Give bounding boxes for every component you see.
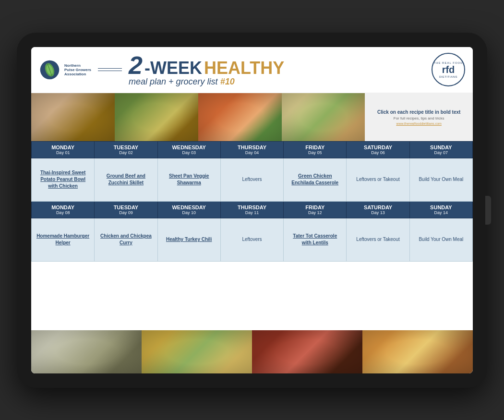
w2-meal-7: Build Your Own Meal	[409, 218, 472, 261]
w2d2-num: Day 09	[96, 210, 155, 215]
week1-day-wed: WEDNESDAY Day 03	[157, 141, 220, 158]
info-box-sub: For full recipes, tips and tricks	[377, 116, 460, 120]
w1d2-num: Day 02	[96, 150, 155, 155]
tablet-screen: Northern Pulse Growers Association 2 -WE…	[31, 47, 473, 373]
w1-meal-1-link[interactable]: Thai-Inspired Sweet Potato Peanut Bowl w…	[40, 170, 85, 189]
title-week-label: -WEEK	[144, 60, 202, 77]
w2d3-name: WEDNESDAY	[172, 204, 206, 210]
w2-meal-1-link[interactable]: Homemade Hamburger Helper	[36, 233, 89, 245]
w2-meal-4: Leftovers	[220, 218, 283, 261]
w2d1-num: Day 08	[34, 210, 92, 215]
title-section: 2 -WEEK HEALTHY meal plan + grocery list…	[125, 53, 432, 87]
week2-day-wed: WEDNESDAY Day 10	[157, 201, 220, 218]
org-name3: Association	[64, 72, 91, 76]
week1-day-thu: THURSDAY Day 04	[220, 141, 283, 158]
info-box: Click on each recipe title in bold text …	[377, 109, 460, 125]
w2d6-num: Day 13	[348, 210, 407, 215]
week2-day-mon: MONDAY Day 08	[32, 201, 95, 218]
title-healthy-label: HEALTHY	[204, 60, 284, 77]
w2d5-num: Day 12	[286, 210, 344, 215]
w2d7-num: Day 14	[412, 210, 470, 215]
w2-meal-6-text: Leftovers or Takeout	[356, 237, 399, 242]
week2-day-fri: FRIDAY Day 12	[284, 201, 347, 218]
w2d6-name: SATURDAY	[364, 204, 392, 210]
w1-meal-6: Leftovers or Takeout	[347, 158, 409, 201]
week2-day-thu: THURSDAY Day 11	[220, 201, 283, 218]
w2-meal-2-link[interactable]: Chicken and Chickpea Curry	[100, 233, 152, 245]
logo-section: Northern Pulse Growers Association	[39, 59, 125, 81]
w1d6-name: SATURDAY	[364, 144, 392, 150]
calendar-section: MONDAY Day 01 TUESDAY Day 02 WEDNESDAY D…	[31, 141, 473, 330]
week1-day-tue: TUESDAY Day 02	[95, 141, 157, 158]
rfd-initials: rfd	[442, 64, 455, 75]
bottom-photo-1	[31, 330, 142, 373]
w1d5-name: FRIDAY	[305, 144, 324, 150]
top-photos-strip: Click on each recipe title in bold text …	[31, 93, 473, 141]
w2-meal-3: Healthy Turkey Chili	[157, 218, 220, 261]
w1d2-name: TUESDAY	[114, 144, 139, 150]
w1d7-name: SUNDAY	[430, 144, 452, 150]
top-photo-4	[282, 93, 365, 141]
w1-meal-1: Thai-Inspired Sweet Potato Peanut Bowl w…	[32, 158, 95, 201]
w1d5-num: Day 05	[286, 150, 344, 155]
w2d3-num: Day 10	[160, 210, 218, 215]
w1d4-name: THURSDAY	[238, 144, 266, 150]
tablet-frame: Northern Pulse Growers Association 2 -WE…	[17, 33, 487, 388]
w2-meal-6: Leftovers or Takeout	[347, 218, 409, 261]
w1-meal-2: Ground Beef and Zucchini Skillet	[95, 158, 157, 201]
issue-number: #10	[220, 77, 235, 86]
w2-meal-7-text: Build Your Own Meal	[419, 237, 463, 242]
w2d1-name: MONDAY	[51, 204, 74, 210]
top-photo-1	[31, 93, 115, 141]
logo-divider-top	[98, 68, 122, 69]
w2-meal-5: Tater Tot Casserole with Lentils	[284, 218, 347, 261]
logo-icon	[39, 59, 60, 81]
w2d4-name: THURSDAY	[238, 204, 266, 210]
header: Northern Pulse Growers Association 2 -WE…	[31, 47, 473, 93]
bottom-photos-strip	[31, 330, 473, 373]
week2-day-sat: SATURDAY Day 13	[347, 201, 409, 218]
org-name: Northern	[64, 63, 91, 68]
week1-day-sun: SUNDAY Day 07	[409, 141, 472, 158]
w2-meal-3-link[interactable]: Healthy Turkey Chili	[166, 237, 212, 242]
w1d3-num: Day 03	[160, 150, 218, 155]
week2-meals-row: Homemade Hamburger Helper Chicken and Ch…	[32, 218, 473, 261]
w1-meal-4: Leftovers	[220, 158, 283, 201]
w1d4-num: Day 04	[223, 150, 281, 155]
week1-day-mon: MONDAY Day 01	[32, 141, 95, 158]
title-subtitle: meal plan + grocery list #10	[129, 77, 235, 87]
top-photo-3	[198, 93, 282, 141]
w1d3-name: WEDNESDAY	[172, 144, 206, 150]
w1-meal-3-link[interactable]: Sheet Pan Veggie Shawarma	[169, 173, 209, 185]
w1-meal-7-text: Build Your Own Meal	[419, 177, 463, 182]
meal-table: MONDAY Day 01 TUESDAY Day 02 WEDNESDAY D…	[31, 141, 473, 262]
week1-header: MONDAY Day 01 TUESDAY Day 02 WEDNESDAY D…	[32, 141, 473, 158]
w1-meal-5-link[interactable]: Green Chicken Enchilada Casserole	[291, 173, 338, 185]
info-box-wrapper: Click on each recipe title in bold text …	[365, 93, 473, 141]
logo-divider-bottom	[98, 71, 122, 71]
w2-meal-1: Homemade Hamburger Helper	[32, 218, 95, 261]
week1-day-fri: FRIDAY Day 05	[284, 141, 347, 158]
week2-day-sun: SUNDAY Day 14	[409, 201, 472, 218]
w1-meal-3: Sheet Pan Veggie Shawarma	[157, 158, 220, 201]
w1-meal-6-text: Leftovers or Takeout	[356, 177, 399, 182]
top-photo-2	[115, 93, 198, 141]
w2-meal-2: Chicken and Chickpea Curry	[95, 218, 157, 261]
title-number: 2	[129, 53, 143, 78]
rfd-badge: THE REAL FOOD rfd DIETITIANS	[432, 53, 465, 86]
w1d1-name: MONDAY	[51, 144, 74, 150]
w2d2-name: TUESDAY	[114, 204, 139, 210]
w2d7-name: SUNDAY	[430, 204, 452, 210]
w1-meal-2-link[interactable]: Ground Beef and Zucchini Skillet	[107, 173, 145, 185]
w2-meal-4-text: Leftovers	[242, 237, 262, 242]
title-main: 2 -WEEK HEALTHY	[129, 53, 284, 78]
week1-day-sat: SATURDAY Day 06	[347, 141, 409, 158]
week2-day-tue: TUESDAY Day 09	[95, 201, 157, 218]
bottom-photo-4	[362, 330, 473, 373]
w2d5-name: FRIDAY	[305, 204, 324, 210]
bottom-photo-2	[142, 330, 252, 373]
info-box-link[interactable]: www.therealfooddietitians.com	[377, 122, 460, 125]
w2-meal-5-link[interactable]: Tater Tot Casserole with Lentils	[293, 233, 337, 245]
w1d1-num: Day 01	[34, 150, 92, 155]
w2d4-num: Day 11	[223, 210, 281, 215]
